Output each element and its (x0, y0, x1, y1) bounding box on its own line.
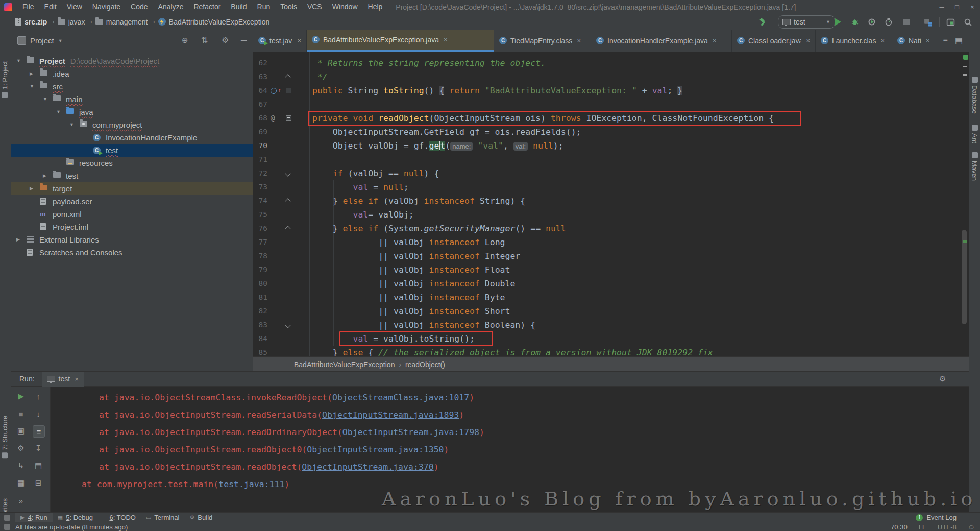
menu-help[interactable]: Help (363, 0, 388, 14)
annotation-gutter-icon[interactable]: @ (271, 111, 275, 125)
tree-row[interactable]: ▶test (11, 170, 253, 182)
restore-layout-icon[interactable]: ▦ (15, 477, 27, 489)
stripe-button-database[interactable]: Database (971, 77, 978, 114)
breadcrumb-item[interactable]: BadAttributeValueExpException (158, 18, 270, 26)
code-line[interactable]: 76 } else if (System.getSecurityManager(… (253, 222, 969, 235)
stack-trace-link[interactable]: ObjectInputStream.java:1798 (342, 427, 479, 437)
tree-row[interactable]: Ctest (11, 144, 253, 157)
build-hammer-icon[interactable] (756, 16, 769, 28)
menu-tools[interactable]: Tools (275, 0, 302, 14)
gear-icon[interactable]: ⚙ (222, 36, 229, 45)
breadcrumb-class[interactable]: BadAttributeValueExpException (294, 360, 395, 369)
chevron-down-icon[interactable]: ▼ (58, 38, 63, 43)
fold-marker[interactable] (286, 166, 290, 180)
scroll-to-end-icon[interactable]: ↧ (33, 443, 44, 454)
close-icon[interactable]: × (806, 37, 810, 44)
tree-row[interactable]: ▶.idea (11, 67, 253, 80)
close-icon[interactable]: × (444, 36, 448, 43)
code-line[interactable]: 70 Object valObj = gf.get(name: "val", v… (253, 139, 969, 153)
run-button[interactable] (832, 16, 844, 28)
stripe-button-1-project[interactable]: 1: Project (1, 61, 9, 98)
tree-row[interactable]: mpom.xml (11, 208, 253, 221)
toolwindow-button-run[interactable]: ▶4: Run (15, 513, 53, 522)
code-line[interactable]: 71 (253, 153, 969, 166)
close-icon[interactable]: × (75, 375, 79, 383)
snapshot-icon[interactable]: ▣ (15, 425, 27, 437)
collapsed-arrow-icon[interactable]: ▶ (16, 233, 20, 246)
close-icon[interactable]: × (713, 37, 717, 44)
code-line[interactable]: 83 || valObj instanceof Boolean) { (253, 318, 969, 332)
hide-panel-icon[interactable]: ─ (955, 374, 961, 383)
tree-row[interactable]: ▼java (11, 106, 253, 118)
menu-icon[interactable]: ≡ (943, 36, 948, 45)
code-line[interactable]: 62 * Returns the string representing the… (253, 56, 969, 70)
menu-code[interactable]: Code (126, 0, 153, 14)
menu-navigate[interactable]: Navigate (87, 0, 126, 14)
clear-all-icon[interactable]: ⊟ (33, 477, 44, 489)
project-structure-icon[interactable] (922, 16, 934, 28)
fold-marker[interactable] (286, 222, 290, 235)
code-line[interactable]: 73 val = null; (253, 180, 969, 194)
tree-row[interactable]: payload.ser (11, 195, 253, 208)
tree-row[interactable]: ▼ProjectD:\code\JavaCode\Project (11, 55, 253, 67)
statusbar-corner-icon[interactable] (4, 524, 10, 530)
close-button[interactable]: × (965, 0, 980, 14)
code-line[interactable]: 67 (253, 98, 969, 111)
soft-wrap-icon[interactable]: ≡ (33, 425, 45, 438)
collapsed-arrow-icon[interactable]: ▶ (30, 182, 33, 195)
locate-file-icon[interactable]: ⊕ (182, 36, 188, 45)
code-line[interactable]: 80 || valObj instanceof Double (253, 277, 969, 291)
line-ending[interactable]: LF (919, 523, 926, 531)
menu-run[interactable]: Run (252, 0, 276, 14)
debug-button[interactable] (849, 16, 861, 28)
code-line[interactable]: 84 val = valObj.toString(); (253, 332, 969, 346)
collapse-all-icon[interactable]: ⇅ (201, 36, 208, 45)
stripe-button-7-structure[interactable]: 7: Structure (1, 416, 9, 458)
menu-analyze[interactable]: Analyze (153, 0, 189, 14)
stop-button[interactable] (900, 16, 913, 28)
tree-row[interactable]: Project.iml (11, 221, 253, 233)
project-panel-title[interactable]: Project (30, 36, 54, 45)
inspection-profile-icon[interactable]: ☺ (968, 523, 975, 531)
code-line[interactable]: 81 || valObj instanceof Byte (253, 291, 969, 304)
code-line[interactable]: 74 } else if (valObj instanceof String) … (253, 194, 969, 208)
maximize-button[interactable]: □ (949, 0, 965, 14)
toolwindow-icon[interactable] (944, 16, 957, 28)
up-stack-trace-icon[interactable]: ↑ (33, 391, 44, 402)
toolwindow-switcher-icon[interactable] (4, 515, 10, 521)
tree-row[interactable]: Scratches and Consoles (11, 246, 253, 259)
file-encoding[interactable]: UTF-8 (938, 523, 957, 531)
menu-edit[interactable]: Edit (39, 0, 62, 14)
tree-row[interactable]: ▼com.myproject (11, 118, 253, 131)
run-tab[interactable]: test × (42, 372, 84, 387)
tree-row[interactable]: ▼main (11, 93, 253, 106)
toolwindow-button-debug[interactable]: ▦5: Debug (53, 513, 98, 522)
toolwindow-button-todo[interactable]: ≡6: TODO (98, 513, 141, 522)
code-line[interactable]: 82 || valObj instanceof Short (253, 304, 969, 318)
stack-trace-link[interactable]: test.java:111 (218, 479, 284, 489)
tree-row[interactable]: ▼src (11, 80, 253, 93)
jump-to-source-icon[interactable]: ↳ (15, 460, 27, 471)
expanded-arrow-icon[interactable]: ▼ (43, 93, 47, 106)
menu-build[interactable]: Build (226, 0, 252, 14)
fold-marker[interactable] (286, 84, 291, 98)
down-stack-trace-icon[interactable]: ↓ (33, 408, 44, 419)
menu-refactor[interactable]: Refactor (188, 0, 226, 14)
editor-tab[interactable]: CInvocationHandlerExample.java× (591, 30, 732, 52)
editor-tab[interactable]: CTiedMapEntry.class× (494, 30, 591, 52)
close-icon[interactable]: × (577, 37, 581, 44)
menu-vcs[interactable]: VCS (302, 0, 327, 14)
toolwindow-button-terminal[interactable]: ▭Terminal (141, 513, 185, 522)
inspections-ok-icon[interactable] (963, 55, 968, 60)
expanded-arrow-icon[interactable]: ▼ (16, 55, 21, 67)
fold-marker[interactable] (286, 318, 290, 332)
print-icon[interactable]: ▤ (33, 460, 44, 471)
tab-list-icon[interactable]: ▤ (955, 36, 963, 45)
close-icon[interactable]: × (926, 37, 930, 44)
code-line[interactable]: 75 val= valObj; (253, 208, 969, 222)
coverage-button[interactable] (866, 16, 878, 28)
more-icon[interactable]: » (15, 495, 27, 506)
code-line[interactable]: 77 || valObj instanceof Long (253, 235, 969, 249)
run-configuration-select[interactable]: test ▼ (778, 15, 835, 29)
stack-trace-link[interactable]: ObjectInputStream.java:370 (302, 462, 433, 472)
